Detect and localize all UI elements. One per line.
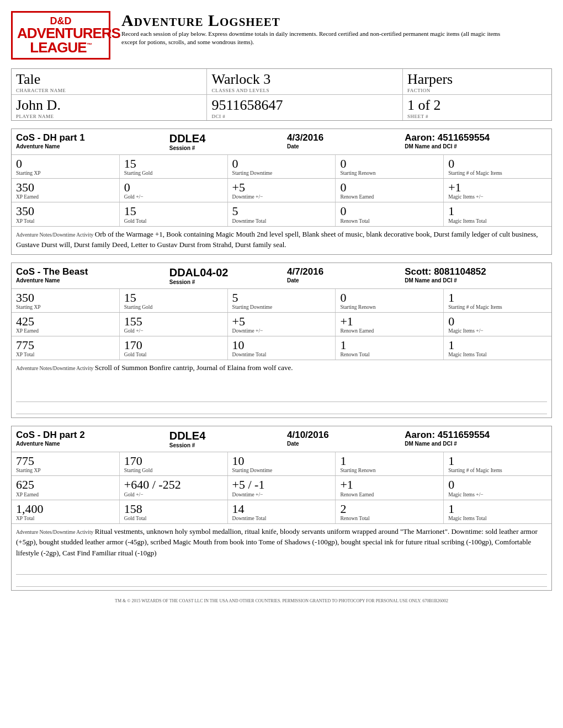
- xp-total-value-2: 1,400: [16, 502, 115, 516]
- stat-downtime-earned-0: +5 Downtime +/−: [228, 179, 336, 202]
- adv-stats-earned-1: 425 XP Earned 155 Gold +/− +5 Downtime +…: [12, 313, 551, 336]
- xp-total-label-2: XP Total: [16, 516, 115, 521]
- starting-renown-label-2: Starting Renown: [340, 468, 439, 473]
- faction-label: FACTION: [407, 88, 547, 93]
- renown-total-label-1: Renown Total: [340, 352, 439, 357]
- adv-name-cell-1: CoS - The Beast Adventure Name: [16, 266, 158, 285]
- starting-xp-value-2: 775: [16, 454, 115, 468]
- renown-earned-label-0: Renown Earned: [340, 194, 439, 200]
- magic-earned-value-2: 0: [448, 478, 547, 491]
- gold-total-label-1: Gold Total: [124, 352, 223, 357]
- league-text: LEAGUE™: [17, 40, 104, 55]
- stat-xp-earned-1: 425 XP Earned: [12, 313, 120, 336]
- adv-stats-total-2: 1,400 XP Total 158 Gold Total 14 Downtim…: [12, 500, 551, 524]
- starting-renown-value-0: 0: [340, 157, 439, 170]
- gold-earned-label-0: Gold +/−: [124, 194, 223, 200]
- stat-downtime-earned-2: +5 / -1 Downtime +/−: [228, 476, 336, 499]
- stat-gold-earned-1: 155 Gold +/−: [120, 313, 228, 336]
- xp-total-value-1: 775: [16, 339, 115, 352]
- adv-date-1: 4/7/2016: [287, 266, 323, 277]
- downtime-earned-value-2: +5 / -1: [232, 478, 331, 491]
- renown-earned-label-1: Renown Earned: [340, 328, 439, 334]
- adv-dm-label-2: DM Name and DCI #: [405, 441, 547, 447]
- adv-session-label-0: Session #: [169, 145, 276, 151]
- downtime-total-label-2: Downtime Total: [232, 516, 331, 521]
- starting-xp-value-0: 0: [16, 157, 115, 170]
- stat-renown-total-2: 2 Renown Total: [336, 500, 444, 523]
- starting-renown-label-0: Starting Renown: [340, 170, 439, 176]
- renown-total-label-0: Renown Total: [340, 218, 439, 224]
- page-title: Adventure Logsheet: [121, 11, 508, 30]
- adv-stats-starting-1: 350 Starting XP 15 Starting Gold 5 Start…: [12, 289, 551, 313]
- stat-downtime-earned-1: +5 Downtime +/−: [228, 313, 336, 336]
- starting-gold-value-0: 15: [124, 157, 223, 170]
- starting-downtime-value-0: 0: [232, 157, 331, 170]
- xp-earned-label-1: XP Earned: [16, 328, 115, 334]
- downtime-earned-label-2: Downtime +/−: [232, 492, 331, 497]
- adv-date-label-2: Date: [287, 441, 394, 447]
- logo-area: D&D ADVENTURERS LEAGUE™: [11, 11, 110, 60]
- adv-date-cell-1: 4/7/2016 Date: [287, 266, 394, 285]
- adv-notes-extra-lines-2: [12, 560, 551, 590]
- magic-total-value-2: 1: [448, 502, 547, 516]
- magic-total-value-1: 1: [448, 339, 547, 352]
- starting-xp-label-1: Starting XP: [16, 304, 115, 310]
- adv-session-cell-0: DDLE4 Session #: [169, 132, 276, 151]
- adv-name-2: CoS - DH part 2: [16, 430, 85, 440]
- magic-total-label-2: Magic Items Total: [448, 516, 547, 521]
- notes-label-2: Adventure Notes/Downtime Activity: [16, 529, 95, 535]
- adv-session-0: DDLE4: [169, 132, 206, 144]
- stat-starting-renown-0: 0 Starting Renown: [336, 155, 444, 178]
- stat-magic-earned-2: 0 Magic Items +/−: [444, 476, 551, 499]
- adv-header-1: CoS - The Beast Adventure Name DDAL04-02…: [12, 263, 551, 289]
- adv-name-0: CoS - DH part 1: [16, 132, 85, 143]
- stat-gold-total-0: 15 Gold Total: [120, 202, 228, 226]
- stat-magic-earned-0: +1 Magic Items +/−: [444, 179, 551, 202]
- xp-total-label-1: XP Total: [16, 352, 115, 357]
- downtime-earned-value-1: +5: [232, 315, 331, 328]
- stat-gold-total-1: 170 Gold Total: [120, 336, 228, 360]
- stat-gold-earned-0: 0 Gold +/−: [120, 179, 228, 202]
- stat-magic-total-2: 1 Magic Items Total: [444, 500, 551, 523]
- starting-gold-label-0: Starting Gold: [124, 170, 223, 176]
- stat-gold-total-2: 158 Gold Total: [120, 500, 228, 523]
- adv-session-cell-2: DDLE4 Session #: [169, 430, 276, 448]
- starting-downtime-value-1: 5: [232, 291, 331, 304]
- xp-earned-value-1: 425: [16, 315, 115, 328]
- adv-name-label-2: Adventure Name: [16, 441, 158, 447]
- gold-total-value-0: 15: [124, 205, 223, 218]
- adv-name-label-1: Adventure Name: [16, 277, 158, 283]
- character-info: Tale CHARACTER NAME Warlock 3 CLASSES AN…: [11, 68, 552, 121]
- stat-xp-total-2: 1,400 XP Total: [12, 500, 120, 523]
- adventure-container: CoS - DH part 1 Adventure Name DDLE4 Ses…: [11, 129, 552, 591]
- character-name-label: CHARACTER NAME: [16, 88, 202, 93]
- stat-starting-downtime-2: 10 Starting Downtime: [228, 452, 336, 475]
- magic-earned-label-0: Magic Items +/−: [448, 194, 547, 200]
- xp-earned-label-2: XP Earned: [16, 492, 115, 497]
- adventure-block-2: CoS - DH part 2 Adventure Name DDLE4 Ses…: [11, 426, 552, 591]
- adv-date-cell-2: 4/10/2016 Date: [287, 430, 394, 448]
- notes-text-0: Orb of the Warmage +1, Book containing M…: [16, 230, 538, 249]
- renown-total-value-0: 0: [340, 205, 439, 218]
- adv-session-label-2: Session #: [169, 442, 276, 448]
- dci-cell: 9511658647 DCI #: [207, 95, 402, 120]
- downtime-total-label-1: Downtime Total: [232, 352, 331, 357]
- renown-total-value-1: 1: [340, 339, 439, 352]
- adv-notes-1: Adventure Notes/Downtime Activity Scroll…: [12, 360, 551, 388]
- adv-stats-earned-0: 350 XP Earned 0 Gold +/− +5 Downtime +/−…: [12, 179, 551, 202]
- dci-value: 9511658647: [211, 97, 397, 114]
- adv-name-1: CoS - The Beast: [16, 266, 88, 277]
- adv-session-2: DDLE4: [169, 430, 206, 442]
- gold-earned-value-2: +640 / -252: [124, 478, 223, 491]
- starting-gold-value-1: 15: [124, 291, 223, 304]
- player-cell: John D. PLAYER NAME: [12, 95, 207, 120]
- stat-starting-gold-1: 15 Starting Gold: [120, 289, 228, 312]
- adventure-block-1: CoS - The Beast Adventure Name DDAL04-02…: [11, 263, 552, 419]
- classes-label: CLASSES AND LEVELS: [211, 88, 397, 93]
- character-row-1: Tale CHARACTER NAME Warlock 3 CLASSES AN…: [12, 69, 551, 95]
- adv-stats-starting-2: 775 Starting XP 170 Starting Gold 10 Sta…: [12, 452, 551, 476]
- stat-xp-total-0: 350 XP Total: [12, 202, 120, 226]
- starting-downtime-label-1: Starting Downtime: [232, 304, 331, 310]
- renown-earned-value-2: +1: [340, 478, 439, 491]
- stat-starting-renown-1: 0 Starting Renown: [336, 289, 444, 312]
